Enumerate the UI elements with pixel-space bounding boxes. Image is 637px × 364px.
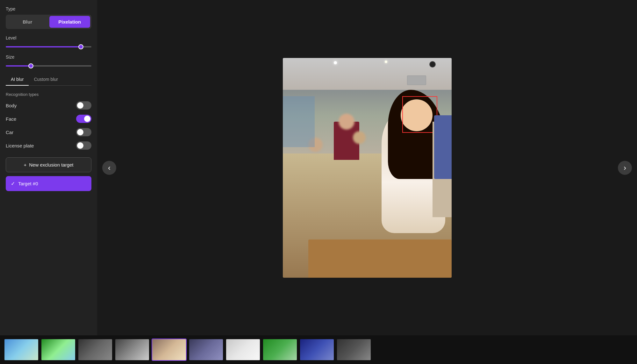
main-area: Type Blur Pixelation Level Size AI blur … [0, 0, 637, 335]
type-label: Type [6, 6, 91, 11]
size-section: Size [6, 54, 91, 68]
thumbnail-strip [0, 335, 637, 364]
tab-custom-blur[interactable]: Custom blur [29, 74, 63, 86]
recognition-types-label: Recognition types [6, 92, 91, 97]
pixelation-button[interactable]: Pixelation [49, 16, 90, 28]
cafe-image [283, 58, 452, 278]
size-slider[interactable] [6, 65, 91, 67]
plus-icon: + [24, 162, 27, 168]
license-plate-toggle-row: License plate [6, 141, 91, 150]
thumbnail-1[interactable] [4, 339, 39, 361]
center-area: ‹ [97, 0, 637, 335]
target-label: Target #0 [18, 181, 38, 186]
tab-ai-blur[interactable]: AI blur [6, 74, 29, 86]
license-plate-toggle[interactable] [76, 141, 91, 150]
thumbnail-9[interactable] [299, 339, 334, 361]
thumbnail-10[interactable] [336, 339, 371, 361]
car-toggle-row: Car [6, 128, 91, 136]
check-icon: ✓ [11, 181, 15, 187]
body-toggle-row: Body [6, 101, 91, 110]
size-label: Size [6, 54, 91, 60]
new-exclusion-button[interactable]: + New exclusion target [6, 157, 91, 172]
next-icon: › [624, 163, 626, 172]
thumbnail-2[interactable] [41, 339, 76, 361]
next-button[interactable]: › [618, 161, 632, 175]
thumbnail-8[interactable] [262, 339, 297, 361]
level-slider[interactable] [6, 46, 91, 47]
face-toggle[interactable] [76, 115, 91, 123]
car-toggle[interactable] [76, 128, 91, 136]
face-label: Face [6, 116, 16, 122]
thumbnail-5[interactable] [152, 339, 187, 361]
prev-icon: ‹ [108, 163, 111, 172]
level-section: Level [6, 35, 91, 49]
body-label: Body [6, 103, 17, 108]
blur-button[interactable]: Blur [7, 16, 48, 28]
body-toggle[interactable] [76, 101, 91, 110]
thumbnail-4[interactable] [115, 339, 150, 361]
license-plate-label: License plate [6, 143, 34, 148]
level-label: Level [6, 35, 91, 40]
prev-button[interactable]: ‹ [102, 161, 116, 175]
type-toggle: Blur Pixelation [6, 15, 91, 29]
thumbnail-6[interactable] [189, 339, 224, 361]
target-item-0[interactable]: ✓ Target #0 [6, 176, 91, 191]
thumbnail-7[interactable] [225, 339, 261, 361]
blur-tabs: AI blur Custom blur [6, 74, 91, 86]
new-exclusion-label: New exclusion target [29, 162, 73, 168]
left-panel: Type Blur Pixelation Level Size AI blur … [0, 0, 97, 335]
main-image-container [283, 58, 452, 278]
thumbnail-3[interactable] [78, 339, 113, 361]
face-toggle-row: Face [6, 115, 91, 123]
car-label: Car [6, 130, 13, 135]
